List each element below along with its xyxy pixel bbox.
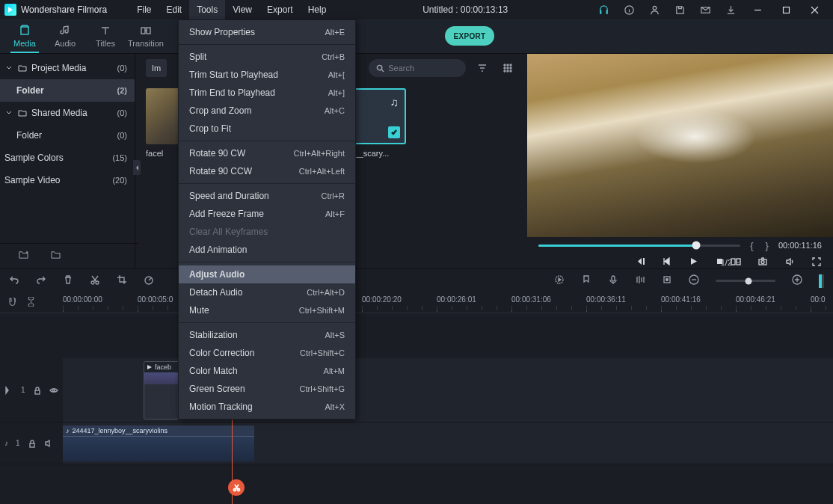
preview-viewport[interactable] <box>527 54 833 237</box>
menu-item-crop-and-zoom[interactable]: Crop and ZoomAlt+C <box>179 102 355 120</box>
menu-item-rotate-90-ccw[interactable]: Rotate 90 CCWCtrl+Alt+Left <box>179 162 355 180</box>
sidebar-item[interactable]: Sample Colors(15) <box>0 147 135 169</box>
render-icon[interactable] <box>554 274 565 287</box>
search-input[interactable]: Search <box>369 59 466 77</box>
link-icon[interactable] <box>26 297 36 309</box>
menu-item-color-correction[interactable]: Color CorrectionCtrl+Shift+C <box>179 344 355 362</box>
undo-icon[interactable] <box>9 274 19 287</box>
tab-titles[interactable]: Titles <box>85 19 126 53</box>
volume-icon[interactable] <box>784 256 795 269</box>
menu-item-crop-to-fit[interactable]: Crop to Fit <box>179 120 355 138</box>
brace-open-icon[interactable]: { <box>748 240 755 251</box>
audio-clip[interactable]: ♪244417_lennyboy__scaryviolins <box>63 425 254 461</box>
headset-icon[interactable] <box>597 3 610 16</box>
panel-toggle-icon[interactable] <box>819 274 824 288</box>
zoom-out-icon[interactable] <box>689 274 699 287</box>
filter-icon[interactable] <box>473 59 491 77</box>
eye-icon[interactable] <box>49 386 58 395</box>
audio-track-body[interactable]: ♪244417_lennyboy__scaryviolins <box>63 422 833 464</box>
menu-item-detach-audio[interactable]: Detach AudioCtrl+Alt+D <box>179 283 355 301</box>
menu-item-color-match[interactable]: Color MatchAlt+M <box>179 362 355 380</box>
crop-icon[interactable] <box>117 274 127 287</box>
menu-item-stabilization[interactable]: StabilizationAlt+S <box>179 326 355 344</box>
menu-item-trim-start-to-playhead[interactable]: Trim Start to PlayheadAlt+[ <box>179 66 355 84</box>
menu-item-motion-tracking[interactable]: Motion TrackingAlt+X <box>179 398 355 416</box>
menu-item-mute[interactable]: MuteCtrl+Shift+M <box>179 301 355 319</box>
scrub-bar[interactable] <box>538 245 740 247</box>
audio-mix-icon[interactable] <box>635 274 645 287</box>
zoom-slider[interactable] <box>716 280 775 282</box>
step-back-button[interactable] <box>663 256 672 268</box>
zoom-in-icon[interactable] <box>792 274 802 287</box>
sidebar-item[interactable]: Sample Video(20) <box>0 169 135 191</box>
redo-icon[interactable] <box>36 274 46 287</box>
info-icon[interactable] <box>622 3 636 16</box>
user-icon[interactable] <box>648 3 661 16</box>
menu-item-add-animation[interactable]: Add Animation <box>179 241 355 259</box>
video-clip[interactable]: faceb <box>144 361 179 420</box>
maximize-button[interactable] <box>772 0 800 19</box>
save-icon[interactable] <box>673 3 686 16</box>
marker-icon[interactable] <box>581 274 591 287</box>
menu-item-rotate-90-cw[interactable]: Rotate 90 CWCtrl+Alt+Right <box>179 144 355 162</box>
cut-icon[interactable] <box>90 274 100 287</box>
video-track-head: 1 <box>0 358 63 422</box>
menu-item-speed-and-duration[interactable]: Speed and DurationCtrl+R <box>179 187 355 205</box>
magnet-icon[interactable] <box>7 297 17 309</box>
mail-icon[interactable] <box>698 3 712 16</box>
tab-audio[interactable]: Audio <box>45 19 85 53</box>
svg-rect-3 <box>783 7 789 13</box>
menubar: FileEditToolsViewExportHelp <box>129 0 333 19</box>
voiceover-icon[interactable] <box>608 274 618 287</box>
speed-icon[interactable] <box>144 274 154 287</box>
ruler-tick: 00:00:26:01 <box>437 295 476 304</box>
menu-item-show-properties[interactable]: Show PropertiesAlt+E <box>179 23 355 41</box>
sidebar-item[interactable]: Project Media(0) <box>0 57 135 79</box>
ribbon: MediaAudioTitlesTransitionEXPORT <box>0 19 833 54</box>
menu-item-adjust-audio[interactable]: Adjust Audio <box>179 265 355 283</box>
menu-item-add-freeze-frame[interactable]: Add Freeze FrameAlt+F <box>179 205 355 223</box>
menu-edit[interactable]: Edit <box>159 0 190 19</box>
export-button[interactable]: EXPORT <box>445 26 494 46</box>
thumb-audio[interactable]: ♫ y__scary... <box>350 88 406 158</box>
import-button[interactable]: Im <box>146 59 167 77</box>
compare-icon[interactable] <box>731 256 741 269</box>
tab-media[interactable]: Media <box>4 19 45 53</box>
tab-transition[interactable]: Transition <box>126 19 166 53</box>
svg-rect-6 <box>147 28 150 34</box>
speaker-icon[interactable] <box>44 439 53 448</box>
menu-export[interactable]: Export <box>259 0 301 19</box>
delete-icon[interactable] <box>63 274 73 287</box>
menu-view[interactable]: View <box>225 0 259 19</box>
svg-point-16 <box>510 70 511 72</box>
keyframe-icon[interactable] <box>662 274 672 287</box>
menu-item-trim-end-to-playhead[interactable]: Trim End to PlayheadAlt+] <box>179 84 355 102</box>
sidebar-item[interactable]: Folder(0) <box>0 124 135 147</box>
menu-tools[interactable]: Tools <box>189 0 225 19</box>
play-button[interactable] <box>689 256 698 268</box>
menu-help[interactable]: Help <box>301 0 334 19</box>
svg-rect-26 <box>612 276 615 281</box>
close-button[interactable] <box>800 0 829 19</box>
minimize-button[interactable] <box>743 0 772 19</box>
snapshot-icon[interactable] <box>757 256 768 269</box>
sidebar-toggle[interactable] <box>133 160 141 175</box>
new-folder-icon[interactable] <box>18 250 29 262</box>
fullscreen-icon[interactable] <box>811 256 822 269</box>
lock-icon[interactable] <box>28 439 37 448</box>
svg-rect-18 <box>731 259 735 265</box>
brace-close-icon[interactable]: } <box>763 240 771 251</box>
timeline-ruler[interactable]: 00:00:00:0000:00:05:000:00:20:2000:00:26… <box>0 292 833 313</box>
lock-icon[interactable] <box>33 386 42 395</box>
timeline-toolbar <box>0 268 833 292</box>
menu-item-split[interactable]: SplitCtrl+B <box>179 48 355 66</box>
sidebar-item[interactable]: Shared Media(0) <box>0 102 135 124</box>
scissors-icon[interactable] <box>228 479 245 496</box>
menu-file[interactable]: File <box>129 0 159 19</box>
grid-view-icon[interactable] <box>499 59 517 77</box>
menu-item-green-screen[interactable]: Green ScreenCtrl+Shift+G <box>179 380 355 398</box>
sidebar-item[interactable]: Folder(2) <box>0 79 135 102</box>
download-icon[interactable] <box>724 3 737 16</box>
folder-icon[interactable] <box>50 250 61 262</box>
prev-frame-button[interactable] <box>636 256 646 268</box>
